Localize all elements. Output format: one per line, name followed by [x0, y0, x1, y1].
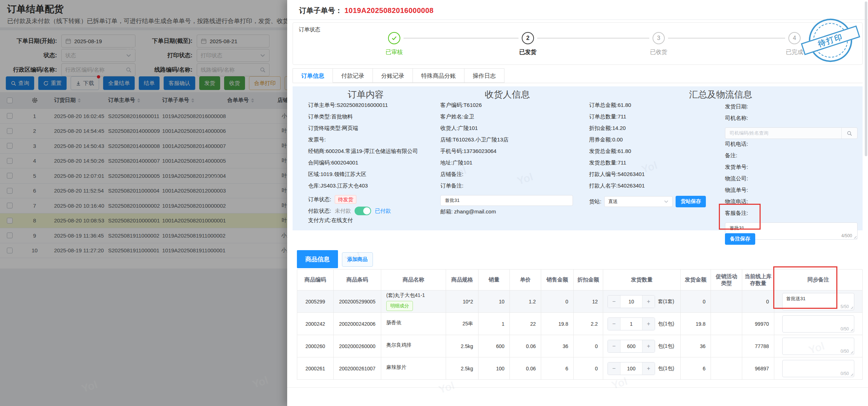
- info-row: 发货单号:: [725, 163, 858, 175]
- online-stock: 96897: [742, 357, 774, 380]
- decrease-button[interactable]: −: [608, 340, 620, 352]
- promo-type: [711, 290, 742, 313]
- sync-note-cell: 首批送315/50: [774, 290, 863, 313]
- ship-qty-input[interactable]: [620, 318, 642, 330]
- info-row: 司机电话:: [725, 140, 858, 152]
- increase-button[interactable]: +: [642, 296, 655, 308]
- order-info-section: 订单内容 收货人信息 汇总及物流信息 订单主单号:S20250820160000…: [293, 86, 863, 230]
- add-product-button[interactable]: 添加商品: [342, 252, 373, 267]
- order-status-row: 订单状态: 待发货: [308, 194, 434, 205]
- tab-付款记录[interactable]: 付款记录: [333, 68, 373, 83]
- info-row: 折扣金额:14.20: [589, 125, 721, 136]
- resize-handle-icon[interactable]: [850, 373, 853, 376]
- product-barcode: 2002000260000: [334, 335, 381, 357]
- driver-placeholder: 司机编码/姓名查询: [725, 130, 841, 136]
- increase-button[interactable]: +: [642, 340, 655, 352]
- product-table-body: 20052992002005299005(套)丸子大包41-1明细成分10*21…: [297, 290, 863, 380]
- summary-column: 订单总金额:61.80订单总数量:711折扣金额:14.20用券金额:0.00发…: [589, 102, 721, 207]
- ship-qty-input[interactable]: [620, 340, 642, 352]
- product-code: 2000260: [297, 335, 334, 357]
- increase-button[interactable]: +: [642, 318, 655, 330]
- drawer-scrollbar[interactable]: [865, 1, 867, 156]
- ship-unit: 套(1套): [658, 298, 674, 305]
- step-shipped: 2 已发货: [503, 32, 553, 56]
- order-status-label: 订单状态:: [308, 196, 331, 203]
- ship-qty-input[interactable]: [620, 296, 642, 308]
- product-row: 20002602002000260000奥尔良鸡排2.5kg6000.06360…: [297, 335, 863, 357]
- product-code: 2000242: [297, 313, 334, 335]
- product-row: 20002612002000261007麻辣胗片2.5kg1000.0660−+…: [297, 357, 863, 380]
- discount-amount: 0: [574, 357, 603, 380]
- modal-overlay[interactable]: [0, 0, 287, 406]
- sync-note-textarea[interactable]: 0/50: [782, 315, 854, 333]
- info-row: 打款人编号:540263401: [589, 171, 721, 182]
- product-spec: 10*2: [446, 290, 478, 313]
- sync-note-textarea[interactable]: 首批送315/50: [782, 293, 854, 310]
- product-name-cell: (套)丸子大包41-1明细成分: [381, 290, 446, 313]
- decrease-button[interactable]: −: [608, 318, 620, 330]
- info-row: 店铺备注:: [440, 171, 574, 182]
- payment-status-label: 付款状态:: [308, 208, 331, 215]
- info-row: 物流公司:: [725, 175, 858, 186]
- tab-订单信息[interactable]: 订单信息: [293, 68, 333, 83]
- promo-type: [711, 313, 742, 335]
- station-save-button[interactable]: 货站保存: [676, 196, 706, 207]
- sales-amount: 36: [541, 335, 574, 357]
- product-name-cell: 奥尔良鸡排: [381, 335, 446, 357]
- station-select[interactable]: 直送: [604, 196, 673, 207]
- resize-handle-icon[interactable]: [850, 306, 853, 309]
- product-spec: 2.5kg: [446, 335, 478, 357]
- info-row: 收货人:广陵101: [440, 125, 574, 136]
- discount-amount: 0: [574, 335, 603, 357]
- driver-search-button[interactable]: [841, 128, 857, 139]
- search-icon: [847, 131, 852, 136]
- driver-label: 司机名称:: [725, 114, 858, 126]
- resize-handle-icon[interactable]: [850, 328, 853, 331]
- receiver-column: 客户编码:T61026客户姓名:金卫收货人:广陵101店铺:T610263.小卫…: [440, 102, 574, 220]
- ship-qty-stepper: −+: [607, 317, 655, 330]
- ship-qty-stepper: −+: [607, 340, 655, 353]
- ship-amount: 0: [681, 290, 711, 313]
- product-name: (套)丸子大包41-1: [386, 292, 443, 299]
- station-row: 货站: 直送 货站保存: [589, 196, 721, 207]
- online-stock: 77788: [742, 335, 774, 357]
- order-note-label: 订单备注:: [440, 182, 574, 194]
- product-barcode: 2002000261007: [334, 357, 381, 380]
- step-connector: [668, 38, 785, 39]
- resize-handle-icon[interactable]: [853, 235, 856, 239]
- tab-操作日志[interactable]: 操作日志: [464, 68, 504, 83]
- screen: 订单结单配货 已付款及未付款（线下转账）已拆单订单，可进行结单生成合单单号，按路…: [0, 0, 868, 406]
- cs-note-value: 首批31: [730, 225, 744, 231]
- order-status-card: 订单状态 已审核 2 已发货 3 已收货 4 已完成: [293, 22, 863, 65]
- product-row: 20052992002005299005(套)丸子大包41-1明细成分10*21…: [297, 290, 863, 313]
- step-number: 3: [653, 32, 665, 44]
- check-icon: [391, 35, 397, 41]
- increase-button[interactable]: +: [642, 362, 655, 375]
- tab-特殊商品分账[interactable]: 特殊商品分账: [413, 68, 464, 83]
- status-badge: 待发货: [335, 195, 356, 204]
- sync-note-textarea[interactable]: 0/50: [782, 338, 854, 355]
- payment-status-row: 付款状态: 未付款 已付款: [308, 205, 434, 217]
- payment-toggle[interactable]: [355, 207, 371, 215]
- drawer-title: 订单子单号：1019A2025082016000008: [299, 6, 433, 15]
- logistics-column: 发货日期: 司机名称: 司机编码/姓名查询 司机电话:备注:发货单号:物流公司:…: [725, 103, 858, 240]
- driver-search-input[interactable]: 司机编码/姓名查询: [725, 127, 858, 139]
- product-col-header: 同步备注: [774, 270, 863, 290]
- resize-handle-icon[interactable]: [850, 350, 853, 354]
- ship-qty-cell: −+包(1包): [603, 313, 681, 335]
- order-note-input[interactable]: 首批31: [440, 195, 573, 206]
- info-row: 手机号码:13736023064: [440, 148, 574, 159]
- detail-ingredients-button[interactable]: 明细成分: [386, 301, 413, 311]
- product-col-header: 当前线上库存数量: [742, 270, 774, 290]
- info-row: 用券金额:0.00: [589, 136, 721, 148]
- goods-info-button[interactable]: 商品信息: [297, 250, 338, 268]
- note-save-button[interactable]: 备注保存: [725, 233, 755, 245]
- order-sub-no-label: 订单子单号：: [299, 6, 342, 14]
- sync-note-textarea[interactable]: 0/50: [782, 360, 854, 377]
- decrease-button[interactable]: −: [608, 296, 620, 308]
- tab-分账记录[interactable]: 分账记录: [373, 68, 413, 83]
- info-row: 客户编码:T61026: [440, 102, 574, 113]
- ship-qty-input[interactable]: [620, 362, 642, 375]
- decrease-button[interactable]: −: [608, 362, 620, 375]
- unit-price: 22: [510, 313, 541, 335]
